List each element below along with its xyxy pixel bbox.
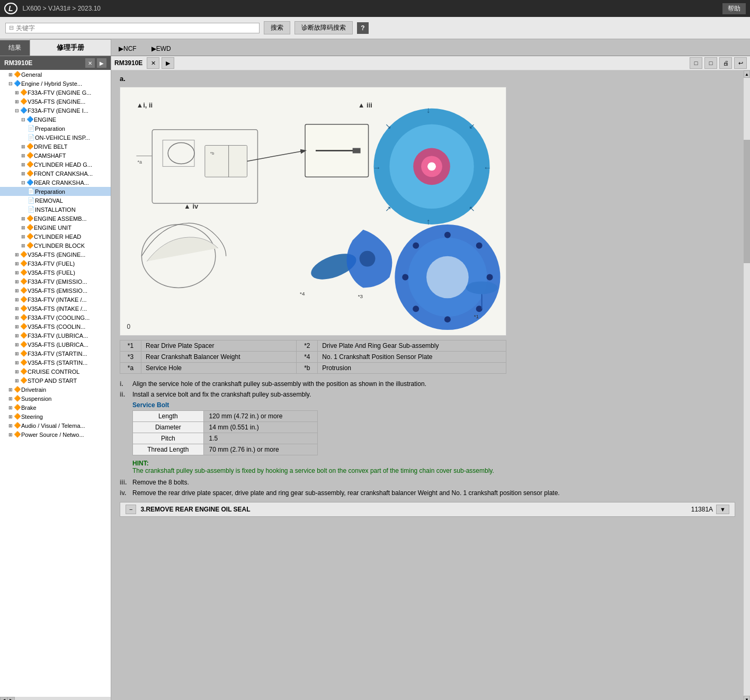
sidebar-item-v35a-lubrica[interactable]: ⊞ 🔶 V35A-FTS (LUBRICA... [0,340,111,349]
sidebar-item-v35a-emissio[interactable]: ⊞ 🔶 V35A-FTS (EMISSIO... [0,286,111,295]
scroll-track[interactable] [744,78,750,696]
sidebar-item-v35a-engine2[interactable]: ⊞ 🔶 V35A-FTS (ENGINE... [0,250,111,259]
expand-icon: ⊞ [21,216,25,221]
tab-bar: 结果 修理手册 ▶NCF ▶EWD [0,39,750,56]
expand-icon: ⊞ [15,306,19,311]
back-btn[interactable]: ↩ [734,57,747,69]
sidebar-item-steering[interactable]: ⊞ 🔶 Steering [0,412,111,421]
sidebar-item-v35a-intake[interactable]: ⊞ 🔶 V35A-FTS (INTAKE /... [0,304,111,313]
sidebar-item-engine-unit[interactable]: ⊞ 🔶 ENGINE UNIT [0,223,111,232]
bolt-label: Pitch [133,433,204,444]
sidebar-item-on-vehicle[interactable]: 📄 ON-VEHICLE INSP... [0,133,111,142]
sidebar-item-v35a-fuel[interactable]: ⊞ 🔶 V35A-FTS (FUEL) [0,268,111,277]
sidebar-item-v35a-cooling[interactable]: ⊞ 🔶 V35A-FTS (COOLIN... [0,322,111,331]
doc-icon: 📄 [28,188,35,195]
sidebar-item-preparation2[interactable]: 📄 Preparation [0,187,111,196]
diag-button[interactable]: 诊断故障码搜索 [294,21,353,34]
window-max-btn[interactable]: □ [704,57,717,69]
sidebar-item-label: Steering [21,414,43,420]
print-btn[interactable]: 🖨 [719,57,732,69]
expand-icon: ⊞ [15,378,19,383]
expand-icon: ⊞ [21,234,25,239]
sidebar-content[interactable]: ⊞ 🔶 General ⊟ 🔷 Engine / Hybrid Syste...… [0,70,111,697]
close-doc-btn[interactable]: ✕ [147,57,159,69]
folder-icon: 🔶 [14,395,21,402]
scroll-right-btn[interactable]: ▶ [7,697,15,700]
sidebar-item-camshaft[interactable]: ⊞ 🔶 CAMSHAFT [0,151,111,160]
sidebar-item-f33a-engine2[interactable]: ⊟ 🔷 F33A-FTV (ENGINE I... [0,106,111,115]
sidebar-item-drivetrain[interactable]: ⊞ 🔶 Drivetrain [0,385,111,394]
sidebar-horizontal-scroll[interactable]: ◀ ▶ [0,697,111,700]
sidebar-item-f33a-fuel[interactable]: ⊞ 🔶 F33A-FTV (FUEL) [0,259,111,268]
search-input[interactable] [16,24,256,32]
tab-repair[interactable]: 修理手册 [30,39,111,56]
content-body: a. ▲i, ii ▲ iii [111,70,750,700]
svg-text:→: → [373,163,381,172]
search-button[interactable]: 搜索 [264,21,290,34]
sidebar-item-removal[interactable]: 📄 REMOVAL [0,196,111,205]
sidebar-item-f33a-engine[interactable]: ⊞ 🔶 F33A-FTV (ENGINE G... [0,88,111,97]
folder-icon: 🔷 [14,80,21,87]
section-expand-btn[interactable]: ▼ [716,505,729,514]
tab-ewd[interactable]: ▶EWD [144,42,178,56]
right-scrollbar[interactable]: ▲ ▼ [744,70,750,700]
sidebar-item-cylinder-block[interactable]: ⊞ 🔶 CYLINDER BLOCK [0,241,111,250]
scroll-down-btn[interactable]: ▼ [744,696,750,700]
section-minus-btn[interactable]: − [126,505,136,514]
main-illustration: ▲i, ii ▲ iii *a [120,87,506,336]
sidebar-item-stop-start[interactable]: ⊞ 🔶 STOP AND START [0,376,111,385]
step-iv-row: iv. Remove the rear drive plate spacer, … [120,489,735,497]
step-iii-row: iii. Remove the 8 bolts. [120,479,735,486]
sidebar-scroll-track[interactable] [15,697,111,700]
main-layout: RM3910E ✕ ▶ ⊞ 🔶 General ⊟ 🔷 Engine / Hyb… [0,56,750,700]
sidebar-item-engine-assemb[interactable]: ⊞ 🔶 ENGINE ASSEMB... [0,214,111,223]
tab-ncf[interactable]: ▶NCF [111,42,144,56]
tab-result[interactable]: 结果 [0,40,30,56]
sidebar-item-label: V35A-FTS (INTAKE /... [28,306,87,312]
help-button[interactable]: 帮助 [722,3,746,14]
sidebar-item-suspension[interactable]: ⊞ 🔶 Suspension [0,394,111,403]
sidebar-item-cylinder-head-g[interactable]: ⊞ 🔶 CYLINDER HEAD G... [0,160,111,169]
scroll-up-btn[interactable]: ▲ [744,70,750,78]
expand-icon: ⊞ [15,288,19,293]
sidebar-item-v35a-engine[interactable]: ⊞ 🔶 V35A-FTS (ENGINE... [0,97,111,106]
sidebar-item-cruise[interactable]: ⊞ 🔶 CRUISE CONTROL [0,367,111,376]
sidebar-item-cylinder-head[interactable]: ⊞ 🔶 CYLINDER HEAD [0,232,111,241]
window-min-btn[interactable]: □ [690,57,702,69]
help-icon[interactable]: ? [357,22,369,34]
sidebar-expand-btn[interactable]: ▶ [97,58,106,68]
sidebar-item-v35a-startin[interactable]: ⊞ 🔶 V35A-FTS (STARTIN... [0,358,111,367]
main-toolbar: RM3910E ✕ ▶ □ □ 🖨 ↩ [111,56,750,70]
hint-text: The crankshaft pulley sub-assembly is fi… [132,467,735,474]
sidebar-item-general[interactable]: ⊞ 🔶 General [0,70,111,79]
sidebar-item-drive-belt[interactable]: ⊞ 🔶 DRIVE BELT [0,142,111,151]
sidebar-item-f33a-emissio[interactable]: ⊞ 🔶 F33A-FTV (EMISSIO... [0,277,111,286]
sidebar-item-f33a-cooling[interactable]: ⊞ 🔶 F33A-FTV (COOLING... [0,313,111,322]
expand-icon: ⊟ [15,108,19,113]
bolt-value: 14 mm (0.551 in.) [203,422,317,433]
step-ii-text: Install a service bolt and fix the crank… [132,391,735,398]
sidebar-item-power[interactable]: ⊞ 🔶 Power Source / Netwo... [0,430,111,439]
folder-icon: 🔶 [26,233,34,240]
sidebar-item-brake[interactable]: ⊞ 🔶 Brake [0,403,111,412]
sidebar-item-installation[interactable]: 📄 INSTALLATION [0,205,111,214]
sidebar-item-audio[interactable]: ⊞ 🔶 Audio / Visual / Telema... [0,421,111,430]
sidebar-item-f33a-intake[interactable]: ⊞ 🔶 F33A-FTV (INTAKE /... [0,295,111,304]
sidebar-item-label: ENGINE [34,116,56,123]
sidebar-item-front-crank[interactable]: ⊞ 🔶 FRONT CRANKSHA... [0,169,111,178]
sidebar-item-label: INSTALLATION [35,207,76,213]
scroll-left-btn[interactable]: ◀ [0,697,7,700]
table-row: *1 Rear Drive Plate Spacer *2 Drive Plat… [120,340,506,352]
sidebar-item-engine-hybrid[interactable]: ⊟ 🔷 Engine / Hybrid Syste... [0,79,111,88]
sidebar-close-btn[interactable]: ✕ [85,58,95,68]
sidebar-item-preparation1[interactable]: 📄 Preparation [0,124,111,133]
scroll-thumb[interactable] [744,140,750,263]
sidebar-item-engine[interactable]: ⊟ 🔷 ENGINE [0,115,111,124]
svg-point-46 [466,281,498,294]
sidebar-item-rear-crank[interactable]: ⊟ 🔷 REAR CRANKSHA... [0,178,111,187]
expand-doc-btn[interactable]: ▶ [162,57,174,69]
sidebar-item-f33a-lubrica[interactable]: ⊞ 🔶 F33A-FTV (LUBRICA... [0,331,111,340]
expand-icon: ⊞ [15,99,19,104]
sidebar-item-label: DRIVE BELT [34,143,67,150]
sidebar-item-f33a-startin[interactable]: ⊞ 🔶 F33A-FTV (STARTIN... [0,349,111,358]
